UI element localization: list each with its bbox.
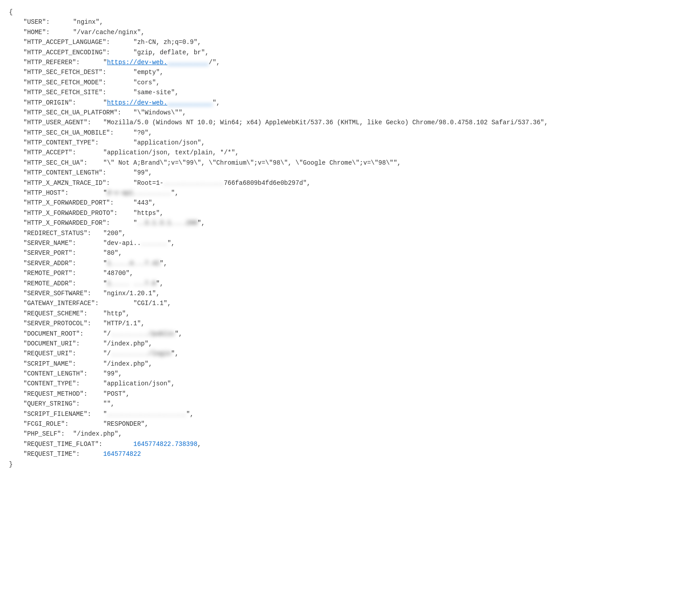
json-key-http_x_forwarded_port: "HTTP_X_FORWARDED_PORT":	[23, 199, 130, 206]
json-line-http_sec_fetch_mode: "HTTP_SEC_FETCH_MODE": "cors",	[9, 78, 668, 87]
json-line-request_scheme: "REQUEST_SCHEME": "http",	[9, 309, 668, 319]
json-line-fcgi_role: "FCGI_ROLE": "RESPONDER",	[9, 419, 668, 429]
json-key-server_protocol: "SERVER_PROTOCOL":	[23, 320, 100, 327]
json-key-server_port: "SERVER_PORT":	[23, 249, 100, 257]
json-key-query_string: "QUERY_STRING":	[23, 400, 100, 407]
json-line-redirect_status: "REDIRECT_STATUS": "200",	[9, 228, 668, 238]
string-value-remote_port: "48700"	[103, 270, 130, 277]
number-value-request_time: 1645774822	[103, 450, 141, 458]
json-line-server_port: "SERVER_PORT": "80",	[9, 248, 668, 258]
json-key-http_origin: "HTTP_ORIGIN":	[23, 99, 100, 106]
json-key-http_sec_fetch_dest: "HTTP_SEC_FETCH_DEST":	[23, 69, 130, 76]
number-value-request_time_float: 1645774822.738398	[133, 441, 197, 448]
json-key-content_type: "CONTENT_TYPE":	[23, 380, 100, 387]
json-line-document_root: "DOCUMENT_ROOT": "/........../public",	[9, 329, 668, 339]
json-line-http_content_type: "HTTP_CONTENT_TYPE": "application/json",	[9, 138, 668, 148]
json-line-script_filename: "SCRIPT_FILENAME": "....................…	[9, 409, 668, 419]
json-line-document_uri: "DOCUMENT_URI": "/index.php",	[9, 339, 668, 349]
json-line-gateway_interface: "GATEWAY_INTERFACE": "CGI/1.1",	[9, 298, 668, 308]
string-value-http_sec_ch_ua: "\" Not A;Brand\";v=\"99\", \"Chromium\"…	[103, 159, 397, 166]
string-value-http_content_length: "99"	[133, 169, 149, 176]
json-viewer: {"USER": "nginx","HOME": "/var/cache/ngi…	[9, 7, 668, 469]
json-line-http_referer: "HTTP_REFERER": "https://dev-web........…	[9, 57, 668, 67]
string-value-php_self: "/index.php"	[73, 430, 118, 437]
string-value-request_scheme: "http"	[103, 310, 126, 317]
json-line-http_content_length: "HTTP_CONTENT_LENGTH": "99",	[9, 168, 668, 178]
json-key-user: "USER":	[23, 18, 69, 26]
json-line-remote_addr: "REMOTE_ADDR": "1..... ...7.6",	[9, 279, 668, 288]
json-key-http_sec_ch_ua: "HTTP_SEC_CH_UA":	[23, 159, 100, 166]
string-value-http_x_forwarded_proto: "https"	[133, 210, 160, 217]
string-value-fcgi_role: "RESPONDER"	[103, 420, 144, 428]
json-key-http_x_forwarded_for: "HTTP_X_FORWARDED_FOR":	[23, 219, 130, 227]
string-value-http_sec_fetch_site: "same-site"	[133, 89, 175, 96]
json-line-http_user_agent: "HTTP_USER_AGENT": "Mozilla/5.0 (Windows…	[9, 118, 668, 127]
json-line-http_accept_language: "HTTP_ACCEPT_LANGUAGE": "zh-CN, zh;q=0.9…	[9, 37, 668, 47]
json-line-request_uri: "REQUEST_URI": "/........../login",	[9, 349, 668, 358]
json-line-request_time_float: "REQUEST_TIME_FLOAT": 1645774822.738398,	[9, 439, 668, 449]
json-key-server_software: "SERVER_SOFTWARE":	[23, 290, 100, 297]
string-value-server_port: "80"	[103, 249, 118, 257]
string-value-http_accept: "application/json, text/plain, */*"	[103, 149, 235, 156]
json-key-remote_addr: "REMOTE_ADDR":	[23, 280, 100, 287]
json-key-request_time_float: "REQUEST_TIME_FLOAT":	[23, 441, 130, 448]
string-value-gateway_interface: "CGI/1.1"	[133, 300, 167, 307]
json-key-remote_port: "REMOTE_PORT":	[23, 270, 100, 277]
json-line-http_host: "HTTP_HOST": "d-v-api..........",	[9, 188, 668, 198]
string-value-server_software: "nginx/1.20.1"	[103, 290, 156, 297]
json-key-http_sec_ch_ua_platform: "HTTP_SEC_CH_UA_PLATFORM":	[23, 109, 130, 116]
json-key-http_content_type: "HTTP_CONTENT_TYPE":	[23, 139, 130, 146]
json-line-http_x_forwarded_proto: "HTTP_X_FORWARDED_PROTO": "https",	[9, 208, 668, 218]
json-key-request_uri: "REQUEST_URI":	[23, 350, 100, 357]
http-link-http_origin[interactable]: https://dev-web.	[107, 99, 167, 106]
string-value-redirect_status: "200"	[103, 230, 122, 237]
json-key-http_sec_ch_ua_mobile: "HTTP_SEC_CH_UA_MOBILE":	[23, 129, 130, 136]
json-line-query_string: "QUERY_STRING": "",	[9, 399, 668, 409]
string-value-content_type: "application/json"	[103, 380, 171, 387]
json-line-home: "HOME": "/var/cache/nginx",	[9, 27, 668, 37]
string-value-http_sec_fetch_dest: "empty"	[133, 69, 160, 76]
json-key-http_sec_fetch_mode: "HTTP_SEC_FETCH_MODE":	[23, 79, 130, 86]
json-line-http_accept_encoding: "HTTP_ACCEPT_ENCODING": "gzip, deflate, …	[9, 48, 668, 57]
json-key-server_name: "SERVER_NAME":	[23, 240, 100, 247]
string-value-http_accept_encoding: "gzip, deflate, br"	[133, 49, 205, 56]
json-line-http_sec_fetch_site: "HTTP_SEC_FETCH_SITE": "same-site",	[9, 87, 668, 97]
blurred-trace-1: ................	[163, 178, 223, 188]
string-value-http_sec_ch_ua_mobile: "?0"	[133, 129, 149, 136]
json-line-php_self: "PHP_SELF": "/index.php",	[9, 429, 668, 439]
json-key-redirect_status: "REDIRECT_STATUS":	[23, 230, 100, 237]
json-key-http_referer: "HTTP_REFERER":	[23, 59, 100, 66]
json-key-request_time: "REQUEST_TIME":	[23, 450, 100, 458]
json-key-php_self: "PHP_SELF":	[23, 430, 69, 437]
json-line-user: "USER": "nginx",	[9, 17, 668, 27]
json-key-content_length: "CONTENT_LENGTH":	[23, 370, 100, 377]
string-value-script_name: "/index.php"	[103, 360, 149, 367]
json-key-http_accept: "HTTP_ACCEPT":	[23, 149, 100, 156]
json-line-http_x_amzn_trace_id: "HTTP_X_AMZN_TRACE_ID": "Root=1-........…	[9, 178, 668, 188]
json-key-http_sec_fetch_site: "HTTP_SEC_FETCH_SITE":	[23, 89, 130, 96]
json-line-http_x_forwarded_port: "HTTP_X_FORWARDED_PORT": "443",	[9, 198, 668, 208]
blurred-url-http_referer: ...........	[167, 57, 209, 67]
json-key-request_scheme: "REQUEST_SCHEME":	[23, 310, 100, 317]
string-value-user: "nginx"	[73, 18, 100, 26]
json-line-request_method: "REQUEST_METHOD": "POST",	[9, 389, 668, 399]
json-key-fcgi_role: "FCGI_ROLE":	[23, 420, 100, 428]
blurred-value-script_filename: .....................	[107, 409, 186, 419]
json-line-remote_port: "REMOTE_PORT": "48700",	[9, 268, 668, 278]
blurred-value-server_addr: 1.....4...7.42	[107, 258, 160, 268]
http-link-http_referer[interactable]: https://dev-web.	[107, 59, 167, 66]
json-line-server_protocol: "SERVER_PROTOCOL": "HTTP/1.1",	[9, 319, 668, 328]
json-key-http_host: "HTTP_HOST":	[23, 189, 100, 197]
string-value-server_protocol: "HTTP/1.1"	[103, 320, 141, 327]
json-key-http_accept_encoding: "HTTP_ACCEPT_ENCODING":	[23, 49, 130, 56]
json-line-server_software: "SERVER_SOFTWARE": "nginx/1.20.1",	[9, 288, 668, 298]
string-value-http_x_forwarded_port: "443"	[133, 199, 152, 206]
open-brace: {	[9, 9, 13, 16]
json-key-document_root: "DOCUMENT_ROOT":	[23, 330, 100, 337]
json-line-http_x_forwarded_for: "HTTP_X_FORWARDED_FOR": "..3.1.3.1....20…	[9, 218, 668, 228]
json-key-http_accept_language: "HTTP_ACCEPT_LANGUAGE":	[23, 39, 130, 46]
string-value-query_string: ""	[103, 400, 111, 407]
json-line-http_origin: "HTTP_ORIGIN": "https://dev-web.........…	[9, 98, 668, 108]
json-line-http_sec_ch_ua_mobile: "HTTP_SEC_CH_UA_MOBILE": "?0",	[9, 128, 668, 138]
json-line-server_name: "SERVER_NAME": "dev-api.........",	[9, 238, 668, 248]
